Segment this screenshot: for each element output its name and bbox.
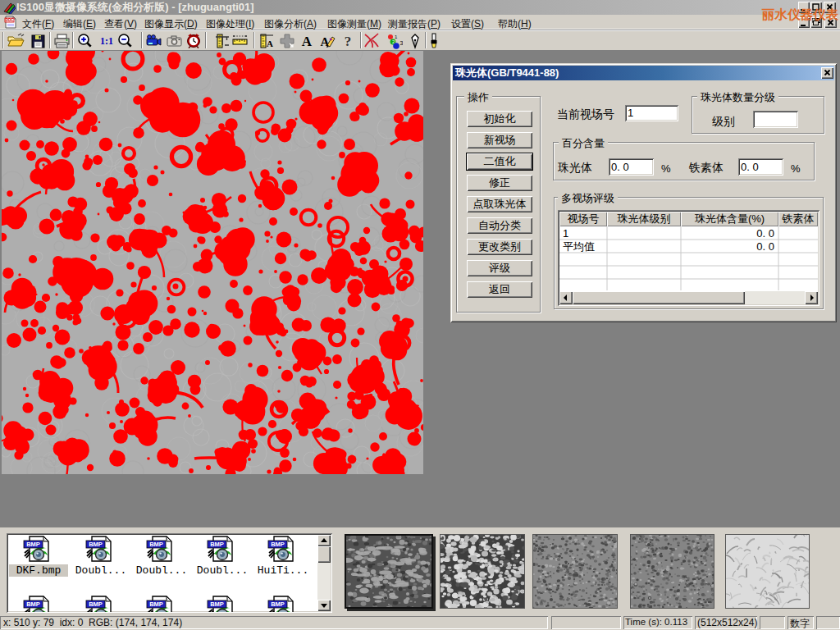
svg-text:平均值: 平均值: [563, 240, 595, 253]
svg-text:A: A: [267, 39, 273, 48]
svg-text:1: 1: [395, 34, 398, 39]
svg-text:BMP: BMP: [89, 600, 103, 608]
svg-text:?: ?: [345, 34, 352, 49]
svg-text:0. 0: 0. 0: [756, 227, 774, 240]
svg-text:BMP: BMP: [149, 541, 163, 548]
svg-text:BMP: BMP: [149, 600, 163, 608]
svg-text:BMP: BMP: [210, 541, 224, 548]
svg-text:BMP: BMP: [271, 600, 285, 608]
svg-text:BMP: BMP: [210, 600, 224, 608]
svg-text:BMP: BMP: [26, 541, 40, 548]
svg-text:DOC: DOC: [6, 18, 15, 22]
svg-text:BMP: BMP: [89, 541, 103, 548]
svg-text:3: 3: [400, 40, 404, 46]
svg-text:1: 1: [563, 227, 568, 240]
svg-text:BMP: BMP: [26, 600, 40, 608]
svg-text:A: A: [302, 34, 313, 49]
svg-text:1:1: 1:1: [100, 35, 113, 47]
svg-text:BMP: BMP: [271, 541, 285, 548]
svg-text:0. 0: 0. 0: [756, 240, 774, 253]
